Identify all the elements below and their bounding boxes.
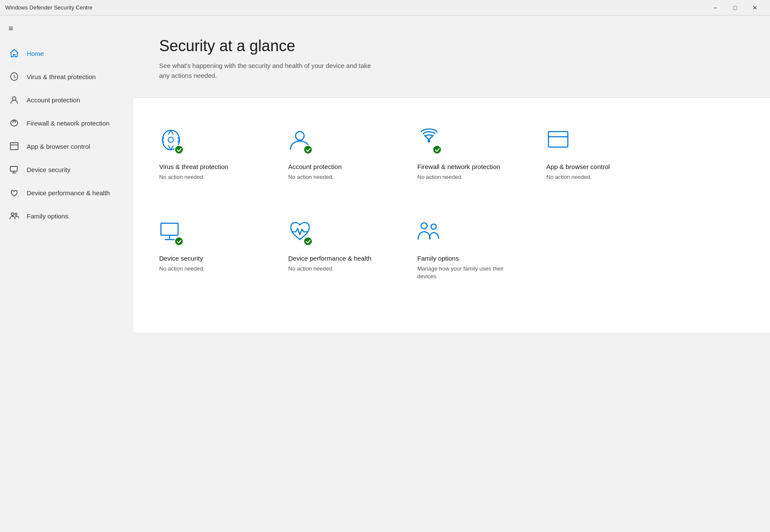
- virus-card-check: [174, 145, 184, 154]
- device-health-card-status: No action needed.: [288, 265, 391, 273]
- maximize-button[interactable]: □: [725, 0, 745, 15]
- sidebar-item-device-security[interactable]: Device security: [0, 158, 133, 181]
- sidebar-item-virus[interactable]: Virus & threat protection: [0, 65, 133, 88]
- titlebar: Windows Defender Security Centre − □ ✕: [0, 0, 770, 15]
- firewall-card-title: Firewall & network protection: [417, 162, 521, 171]
- firewall-card-icon-area: [417, 128, 441, 154]
- firewall-card-check: [432, 145, 442, 154]
- sidebar-item-device-health[interactable]: Device performance & health: [0, 181, 133, 204]
- svg-point-7: [15, 213, 17, 215]
- app-body: ≡ Home Virus & threat protection: [0, 15, 770, 532]
- titlebar-title: Windows Defender Security Centre: [5, 4, 92, 11]
- sidebar-item-home-label: Home: [27, 50, 44, 57]
- virus-threat-card[interactable]: Virus & threat protection No action need…: [159, 120, 271, 190]
- svg-point-17: [431, 224, 436, 229]
- svg-point-9: [296, 132, 304, 140]
- device-health-icon: [9, 187, 20, 198]
- home-icon: [9, 48, 20, 59]
- virus-card-status: No action needed.: [159, 173, 262, 181]
- device-security-card[interactable]: Device security No action needed.: [159, 211, 271, 289]
- app-browser-card-icon: [546, 128, 570, 152]
- app-browser-icon: [9, 141, 20, 152]
- titlebar-controls: − □ ✕: [705, 0, 765, 15]
- svg-rect-3: [10, 166, 17, 171]
- device-security-card-title: Device security: [159, 254, 262, 263]
- app-browser-card[interactable]: App & browser control No action needed.: [546, 120, 658, 190]
- family-card-title: Family options: [417, 254, 521, 263]
- svg-rect-11: [548, 132, 568, 147]
- sidebar-item-virus-label: Virus & threat protection: [27, 73, 96, 80]
- family-card-icon: [417, 220, 441, 243]
- firewall-card-status: No action needed.: [417, 173, 521, 181]
- svg-rect-1: [10, 143, 18, 150]
- device-security-card-check: [174, 237, 184, 246]
- svg-point-8: [168, 137, 173, 142]
- header-section: Security at a glance See what's happenin…: [133, 15, 770, 98]
- account-card-title: Account protection: [288, 162, 391, 171]
- virus-icon: [9, 71, 20, 82]
- cards-row-1: Virus & threat protection No action need…: [159, 120, 744, 190]
- device-security-icon: [9, 164, 20, 175]
- svg-point-6: [11, 213, 14, 215]
- account-card-icon-area: [288, 128, 312, 154]
- account-protection-card[interactable]: Account protection No action needed.: [288, 120, 400, 190]
- app-browser-card-title: App & browser control: [546, 162, 650, 171]
- svg-rect-13: [161, 223, 178, 235]
- page-subtitle: See what's happening with the security a…: [159, 61, 374, 80]
- sidebar-item-family-label: Family options: [27, 212, 68, 220]
- svg-point-10: [428, 140, 430, 142]
- page-title: Security at a glance: [159, 37, 744, 55]
- device-security-card-icon-area: [159, 220, 183, 245]
- virus-card-icon-area: [159, 128, 183, 154]
- sidebar-item-device-security-label: Device security: [27, 166, 71, 173]
- sidebar-item-firewall-label: Firewall & network protection: [27, 120, 110, 127]
- virus-card-title: Virus & threat protection: [159, 162, 262, 171]
- sidebar: ≡ Home Virus & threat protection: [0, 15, 133, 532]
- app-browser-card-icon-area: [546, 128, 570, 154]
- device-health-card[interactable]: Device performance & health No action ne…: [288, 211, 400, 289]
- device-health-card-check: [303, 237, 313, 246]
- device-health-card-icon-area: [288, 220, 312, 245]
- firewall-network-card[interactable]: Firewall & network protection No action …: [417, 120, 529, 190]
- family-card-icon-area: [417, 220, 441, 245]
- sidebar-item-firewall[interactable]: Firewall & network protection: [0, 111, 133, 135]
- hamburger-menu[interactable]: ≡: [0, 19, 133, 38]
- cards-row-2: Device security No action needed.: [159, 211, 744, 289]
- svg-point-16: [421, 223, 427, 229]
- sidebar-item-family[interactable]: Family options: [0, 204, 133, 228]
- device-health-card-title: Device performance & health: [288, 254, 391, 263]
- account-card-check: [303, 145, 313, 154]
- cards-area: Virus & threat protection No action need…: [133, 98, 770, 332]
- sidebar-item-app-browser[interactable]: App & browser control: [0, 135, 133, 158]
- family-icon: [9, 210, 20, 221]
- sidebar-item-home[interactable]: Home: [0, 42, 133, 65]
- close-button[interactable]: ✕: [745, 0, 765, 15]
- app-browser-card-status: No action needed.: [546, 173, 650, 181]
- sidebar-item-account-label: Account protection: [27, 96, 80, 104]
- firewall-icon: [9, 117, 20, 129]
- sidebar-item-app-browser-label: App & browser control: [27, 143, 90, 150]
- sidebar-item-account[interactable]: Account protection: [0, 88, 133, 111]
- family-card-status: Manage how your family uses their device…: [417, 265, 521, 280]
- sidebar-item-device-health-label: Device performance & health: [27, 189, 110, 197]
- account-card-status: No action needed.: [288, 173, 391, 181]
- account-icon: [9, 94, 20, 105]
- minimize-button[interactable]: −: [705, 0, 725, 15]
- family-options-card[interactable]: Family options Manage how your family us…: [417, 211, 529, 289]
- main-content: Security at a glance See what's happenin…: [133, 15, 770, 532]
- device-security-card-status: No action needed.: [159, 265, 262, 273]
- svg-point-0: [12, 97, 16, 100]
